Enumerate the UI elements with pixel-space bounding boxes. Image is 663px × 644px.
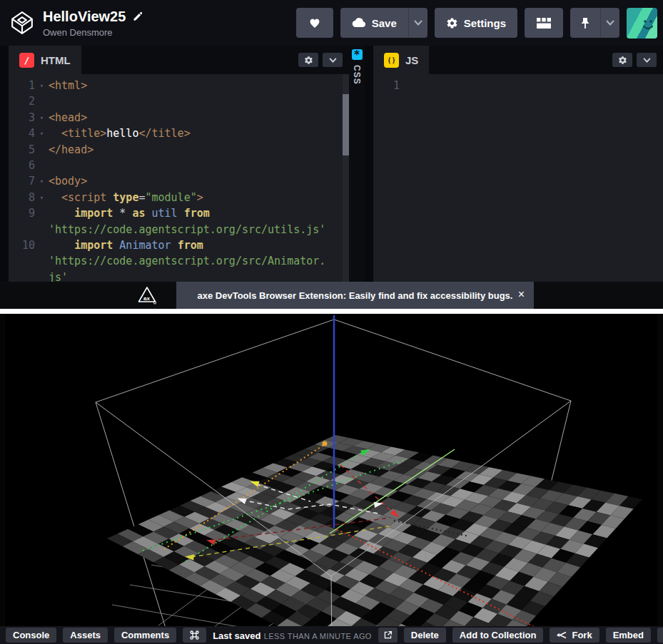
js-tab-label: JS: [405, 54, 418, 66]
save-dropdown-button[interactable]: [408, 8, 427, 38]
footer-bar: Console Assets Comments Last saved LESS …: [0, 626, 663, 644]
cloud-icon: [352, 18, 366, 28]
code-line: 'https://code.agentscript.org/src/utils.…: [9, 222, 349, 237]
html-editor-scrollbar: [343, 74, 349, 282]
keyboard-shortcuts-button[interactable]: [183, 628, 206, 643]
3d-model-canvas[interactable]: [5, 314, 657, 626]
gear-icon: [446, 17, 458, 29]
preview-area: [0, 314, 663, 626]
chevron-down-icon: [329, 58, 337, 63]
css-icon: *: [352, 49, 363, 60]
command-icon: [190, 630, 199, 640]
settings-button[interactable]: Settings: [435, 8, 517, 38]
last-saved-status: Last saved LESS THAN A MINUTE AGO: [213, 629, 372, 642]
change-view-button[interactable]: [525, 8, 563, 38]
chevron-down-icon: [606, 20, 614, 26]
header: HelloView25 Owen Densmore Save: [0, 0, 663, 46]
chevron-down-icon: [643, 58, 651, 63]
banner-close-icon[interactable]: ×: [518, 287, 525, 302]
pen-author: Owen Densmore: [43, 27, 143, 38]
code-line: 6: [9, 158, 349, 173]
gear-icon: [618, 56, 627, 65]
save-label: Save: [372, 17, 397, 29]
chevron-down-icon: [414, 20, 422, 26]
svg-text:ax: ax: [143, 295, 150, 302]
html-settings-button[interactable]: [298, 53, 318, 67]
js-editor-header: () JS: [373, 46, 663, 74]
html-editor-header: / HTML: [9, 46, 349, 74]
heart-icon: [308, 17, 321, 29]
tab-js[interactable]: () JS: [373, 46, 429, 74]
open-preview-button[interactable]: [378, 628, 398, 643]
css-tab-label: CSS: [352, 65, 362, 85]
like-button[interactable]: [296, 8, 333, 38]
js-code-editor[interactable]: 1: [373, 74, 663, 282]
code-line: 8▾ <script type="module">: [9, 190, 349, 205]
delete-button[interactable]: Delete: [404, 628, 446, 643]
assets-button[interactable]: Assets: [63, 628, 108, 643]
add-to-collection-button[interactable]: Add to Collection: [452, 628, 544, 643]
export-button[interactable]: Export: [657, 628, 663, 643]
js-settings-button[interactable]: [612, 53, 632, 67]
js-icon: (): [384, 53, 399, 68]
gear-icon: [304, 56, 313, 65]
pin-dropdown-button[interactable]: [600, 8, 619, 38]
code-line: 10 import Animator from: [9, 237, 349, 253]
code-line: 1: [373, 78, 663, 93]
code-line: 7▾<body>: [9, 173, 349, 189]
code-line: js': [9, 270, 349, 282]
html-code-editor[interactable]: 1▾<html>23▾<head>4▾ <title>hello</title>…: [9, 74, 349, 282]
code-line: 5</head>: [9, 142, 349, 158]
save-button-group: Save: [340, 8, 427, 38]
save-button[interactable]: Save: [340, 8, 408, 38]
html-pane-buttons: [298, 46, 349, 74]
axe-logo-icon: ax: [137, 285, 157, 305]
codepen-logo-icon[interactable]: [10, 11, 34, 35]
header-actions: Save Settings: [296, 8, 657, 39]
pen-title-block: HelloView25 Owen Densmore: [43, 9, 143, 38]
axe-banner[interactable]: axe DevTools Browser Extension: Easily f…: [176, 282, 534, 309]
tab-html[interactable]: / HTML: [9, 46, 81, 74]
codepen-editor-page: HelloView25 Owen Densmore Save: [0, 0, 663, 644]
preview-iframe-background: [0, 309, 663, 314]
code-line: 2: [9, 93, 349, 109]
code-line: 1▾<html>: [9, 78, 349, 93]
page-title: HelloView25: [43, 9, 126, 25]
js-collapse-button[interactable]: [637, 53, 657, 67]
editors-row: / HTML 1▾<html>: [0, 46, 663, 282]
code-line: 'https://code.agentscript.org/src/Animat…: [9, 253, 349, 269]
js-pane-buttons: [612, 46, 663, 74]
html-icon: /: [19, 53, 34, 68]
embed-button[interactable]: Embed: [606, 628, 651, 643]
edit-pencil-icon[interactable]: [132, 11, 143, 22]
code-line: 3▾<head>: [9, 110, 349, 126]
code-line: 4▾ <title>hello</title>: [9, 126, 349, 141]
avatar-smiley-icon: [627, 8, 657, 39]
fork-icon: [557, 631, 567, 639]
pin-icon: [580, 17, 590, 29]
html-collapse-button[interactable]: [323, 53, 343, 67]
pin-button-group: [570, 8, 619, 38]
avatar[interactable]: [627, 8, 657, 39]
html-editor-scrollbar-thumb[interactable]: [343, 94, 349, 155]
layout-grid-icon: [537, 18, 551, 29]
settings-label: Settings: [464, 17, 506, 29]
js-editor-pane: () JS 1: [373, 46, 663, 282]
fork-button[interactable]: Fork: [550, 628, 599, 643]
pin-button[interactable]: [570, 8, 600, 38]
html-editor-pane: / HTML 1▾<html>: [9, 46, 349, 282]
external-link-icon: [383, 630, 393, 640]
code-line: 9 import * as util from: [9, 205, 349, 221]
tab-css-collapsed[interactable]: * CSS: [349, 46, 365, 282]
extension-banner-strip: ax axe DevTools Browser Extension: Easil…: [0, 282, 663, 309]
html-tab-label: HTML: [41, 54, 71, 66]
banner-text: axe DevTools Browser Extension: Easily f…: [198, 290, 513, 301]
comments-button[interactable]: Comments: [114, 628, 176, 643]
console-button[interactable]: Console: [6, 628, 56, 643]
